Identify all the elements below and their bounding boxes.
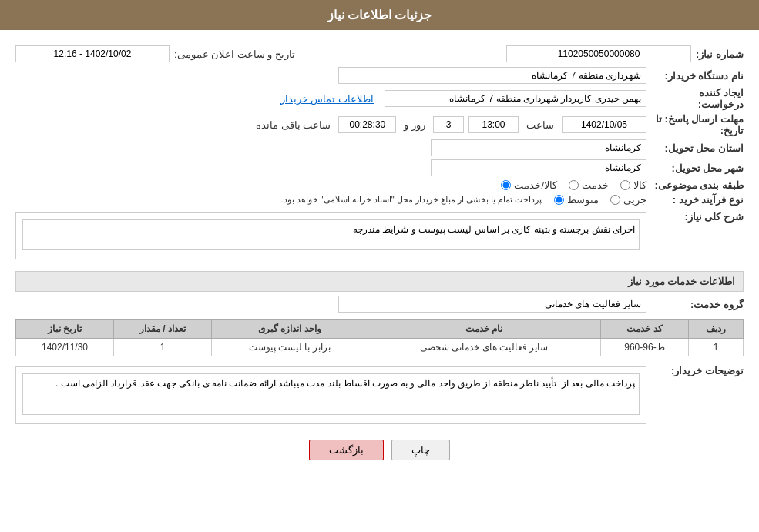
remaining-label: ساعت باقی مانده: [256, 119, 331, 131]
pub-date-label: تاریخ و ساعت اعلان عمومی:: [174, 49, 295, 60]
deadline-days-input[interactable]: [433, 116, 464, 133]
main-content: شماره نیاز: تاریخ و ساعت اعلان عمومی: نا…: [0, 30, 759, 483]
col-code: کد خدمت: [600, 320, 688, 339]
category-kala-khadamat-radio[interactable]: [501, 180, 511, 190]
table-cell-row: 1: [689, 339, 744, 356]
contact-link[interactable]: اطلاعات تماس خریدار: [280, 93, 374, 105]
need-number-input[interactable]: [506, 45, 691, 62]
table-cell-unit: برابر با لیست پیوست: [211, 339, 368, 356]
deadline-remaining-input[interactable]: [338, 116, 396, 133]
table-cell-count: 1: [114, 339, 212, 356]
category-kala-khadamat-label: کالا/خدمت: [514, 179, 557, 191]
service-group-input[interactable]: [338, 296, 646, 313]
col-row: ردیف: [689, 320, 744, 339]
category-label: طبقه بندی موضوعی:: [651, 179, 744, 191]
process-motavasset-radio[interactable]: [554, 195, 564, 205]
category-khadamat-option[interactable]: خدمت: [569, 179, 609, 191]
category-kala-label: کالا: [633, 179, 646, 191]
description-container: اجرای نقش برجسته و بتینه کاری بر اساس لی…: [15, 212, 646, 259]
city-label: شهر محل تحویل:: [651, 162, 744, 174]
province-input[interactable]: [431, 139, 646, 156]
creator-row: ایجاد کننده درخواست: اطلاعات تماس خریدار: [15, 87, 744, 110]
deadline-label: مهلت ارسال پاسخ: تا تاریخ:: [651, 113, 744, 136]
org-name-input[interactable]: [338, 67, 646, 84]
category-row: طبقه بندی موضوعی: کالا خدمت کالا/خدمت: [15, 179, 744, 191]
city-input[interactable]: [431, 159, 646, 176]
deadline-time-input[interactable]: [468, 116, 519, 133]
deadline-date-input[interactable]: [562, 116, 646, 133]
province-label: استان محل تحویل:: [651, 142, 744, 154]
col-unit: واحد اندازه گیری: [211, 320, 368, 339]
buyer-notes-row: توضیحات خریدار: پرداخت مالی بعد از تأیید…: [15, 363, 744, 428]
col-date: تاریخ نیاز: [16, 320, 114, 339]
city-row: شهر محل تحویل:: [15, 159, 744, 176]
need-number-label: شماره نیاز:: [696, 49, 744, 60]
creator-input[interactable]: [385, 90, 646, 107]
category-khadamat-label: خدمت: [582, 179, 609, 191]
table-row: 1ط-96-960سایر فعالیت های خدماتی شخصیبراب…: [16, 339, 744, 356]
buyer-notes-textarea[interactable]: پرداخت مالی بعد از تأیید ناظر منطقه از ط…: [22, 373, 640, 415]
category-khadamat-radio[interactable]: [569, 180, 579, 190]
category-radio-group: کالا خدمت کالا/خدمت: [501, 179, 646, 191]
col-name: نام خدمت: [368, 320, 600, 339]
col-count: تعداد / مقدار: [114, 320, 212, 339]
page-title: جزئیات اطلاعات نیاز: [327, 8, 432, 22]
org-name-label: نام دستگاه خریدار:: [651, 70, 744, 82]
process-motavasset-option[interactable]: متوسط: [554, 194, 599, 206]
creator-label: ایجاد کننده درخواست:: [651, 87, 744, 110]
button-group: چاپ بازگشت: [15, 440, 744, 460]
org-name-row: نام دستگاه خریدار:: [15, 67, 744, 84]
process-jozei-label: جزیی: [623, 194, 646, 206]
service-group-label: گروه خدمت:: [651, 299, 744, 310]
buyer-notes-container: پرداخت مالی بعد از تأیید ناظر منطقه از ط…: [15, 366, 646, 424]
table-cell-code: ط-96-960: [600, 339, 688, 356]
process-row: نوع فرآیند خرید : جزیی متوسط پرداخت تمام…: [15, 194, 744, 206]
category-kala-radio[interactable]: [620, 180, 630, 190]
process-note: پرداخت تمام یا بخشی از مبلغ خریدار محل "…: [280, 195, 542, 205]
services-section-label: اطلاعات خدمات مورد نیاز: [628, 276, 735, 287]
process-jozei-radio[interactable]: [610, 195, 620, 205]
need-number-row: شماره نیاز:: [506, 45, 744, 62]
description-row: شرح کلی نیاز: اجرای نقش برجسته و بتینه ک…: [15, 209, 744, 263]
buyer-notes-label: توضیحات خریدار:: [651, 363, 744, 376]
page-header: جزئیات اطلاعات نیاز: [0, 0, 759, 30]
province-row: استان محل تحویل:: [15, 139, 744, 156]
process-label: نوع فرآیند خرید :: [651, 194, 744, 206]
category-kala-khadamat-option[interactable]: کالا/خدمت: [501, 179, 557, 191]
category-kala-option[interactable]: کالا: [620, 179, 646, 191]
process-jozei-option[interactable]: جزیی: [610, 194, 646, 206]
table-cell-date: 1402/11/30: [16, 339, 114, 356]
time-label: ساعت: [526, 119, 554, 131]
description-label: شرح کلی نیاز:: [651, 209, 744, 223]
back-button[interactable]: بازگشت: [309, 440, 384, 460]
table-cell-name: سایر فعالیت های خدماتی شخصی: [368, 339, 600, 356]
process-motavasset-label: متوسط: [567, 194, 599, 206]
pub-date-row: تاریخ و ساعت اعلان عمومی:: [15, 45, 295, 62]
service-group-row: گروه خدمت:: [15, 296, 744, 313]
services-table: ردیف کد خدمت نام خدمت واحد اندازه گیری ت…: [15, 319, 744, 356]
days-label: روز و: [404, 119, 425, 131]
print-button[interactable]: چاپ: [391, 440, 450, 460]
process-radio-group: جزیی متوسط: [554, 194, 646, 206]
deadline-row: مهلت ارسال پاسخ: تا تاریخ: ساعت روز و سا…: [15, 113, 744, 136]
description-textarea[interactable]: اجرای نقش برجسته و بتینه کاری بر اساس لی…: [22, 219, 640, 250]
page-container: جزئیات اطلاعات نیاز شماره نیاز: تاریخ و …: [0, 0, 759, 532]
pub-date-input[interactable]: [15, 45, 170, 62]
services-section-header: اطلاعات خدمات مورد نیاز: [15, 271, 744, 292]
